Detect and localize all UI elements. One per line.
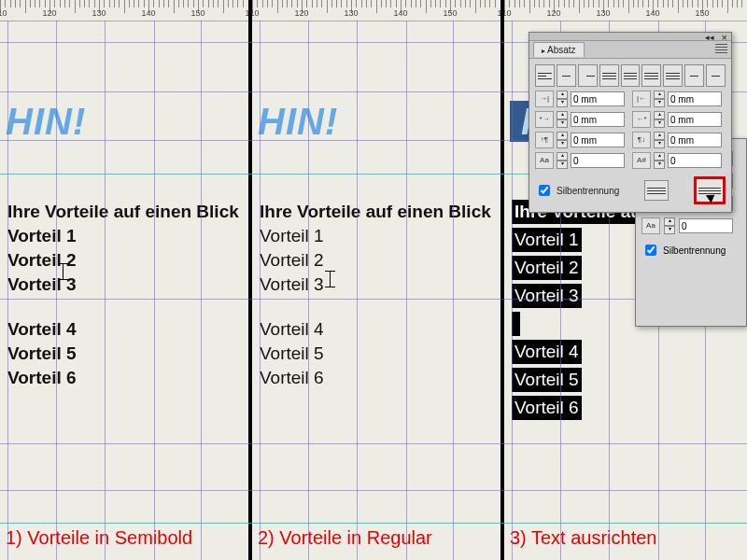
align-center-button[interactable] — [557, 64, 576, 87]
list-item: Vorteil 3 — [512, 284, 582, 308]
align-away-spine-button[interactable] — [706, 64, 726, 87]
first-line-indent-icon: *→ — [535, 111, 554, 128]
field[interactable] — [679, 218, 733, 233]
list-item: Vorteil 4 — [7, 317, 239, 342]
headline: HIN! — [258, 101, 338, 143]
hyphenation-label: Silbentrennung — [663, 245, 726, 256]
panel-drag-handle[interactable]: ◂◂ × — [529, 33, 731, 41]
ruler: 110120130140150 — [0, 0, 248, 21]
justify-center-button[interactable] — [621, 64, 641, 87]
last-line-indent-icon: ←* — [632, 111, 651, 128]
stepper[interactable]: ▴▾ — [654, 152, 665, 169]
stepper[interactable]: ▴▾ — [557, 152, 568, 169]
list-item: Vorteil 1 — [512, 228, 582, 252]
space-before-icon: ↑¶ — [535, 132, 554, 148]
panel-tab-absatz[interactable]: ▸Absatz — [533, 42, 585, 57]
list-heading: Ihre Vorteile auf einen Blick — [7, 200, 239, 224]
dropcap-lines-icon: Aa — [535, 152, 554, 169]
right-indent-icon: |← — [632, 91, 651, 107]
dropcap-chars-icon: A# — [632, 152, 651, 169]
stepper[interactable]: ▴▾ — [557, 132, 568, 148]
list-item: Vorteil 2 — [260, 248, 491, 273]
stepper[interactable]: ▴▾ — [654, 91, 665, 107]
left-indent-icon: →| — [535, 91, 554, 107]
left-indent-field[interactable] — [571, 91, 625, 106]
stepper[interactable]: ▴▾ — [557, 111, 568, 128]
paragraph-panel[interactable]: ◂◂ × ▸Absatz →|▴▾ |←▴▾ *→▴▾ ←*▴▾ ↑¶▴▾ ¶↓ — [529, 32, 732, 213]
list-item: Vorteil 2 — [7, 248, 239, 273]
align-right-button[interactable] — [578, 64, 598, 87]
guide — [0, 443, 747, 444]
list-item: Vorteil 5 — [512, 368, 582, 392]
align-toward-spine-button[interactable] — [684, 64, 704, 87]
list-item: Vorteil 6 — [260, 366, 491, 390]
list-heading: Ihre Vorteile auf einen Blick — [260, 200, 491, 224]
justify-all-button[interactable] — [663, 64, 683, 87]
pane-divider — [500, 0, 504, 560]
hyphenation-label: Silbentrennung — [557, 186, 619, 196]
caption: 3) Text ausrichten — [510, 527, 657, 549]
space-after-icon: ¶↓ — [632, 132, 651, 148]
first-line-indent-field[interactable] — [571, 112, 625, 127]
caption: 1) Vorteile in Semibold — [6, 527, 192, 549]
list-item: Vorteil 1 — [260, 224, 491, 248]
list-item: Vorteil 2 — [512, 256, 582, 280]
guide-baseline — [0, 523, 747, 524]
stepper[interactable]: ▴▾ — [664, 217, 675, 234]
no-baseline-grid-button[interactable] — [644, 180, 669, 201]
copy-list[interactable]: Ihre Vorteile auf einen Blick Vorteil 1 … — [7, 200, 239, 390]
headline: HIN! — [6, 101, 86, 143]
list-item: Vorteil 6 — [512, 396, 582, 420]
copy-list-selected[interactable]: Ihre Vorteile auf Vorteil 1 Vorteil 2 Vo… — [512, 200, 650, 424]
stepper[interactable]: ▴▾ — [654, 111, 665, 128]
stepper[interactable]: ▴▾ — [557, 91, 568, 107]
ruler: 110120130140150 — [252, 0, 500, 21]
dropcap-lines-field[interactable] — [571, 153, 625, 168]
align-left-button[interactable] — [535, 64, 555, 87]
right-indent-field[interactable] — [668, 91, 722, 106]
list-item: Vorteil 3 — [7, 273, 239, 297]
justify-right-button[interactable] — [641, 64, 661, 87]
hyphenation-checkbox[interactable] — [645, 245, 656, 256]
dropcap-chars-field[interactable] — [668, 153, 722, 168]
ruler: 110120130140150 — [504, 0, 747, 21]
list-item: Vorteil 5 — [260, 342, 491, 366]
indent-icon: Aa — [641, 217, 660, 234]
copy-list[interactable]: Ihre Vorteile auf einen Blick Vorteil 1 … — [260, 200, 491, 390]
pane-regular: 110120130140150 HIN! Ihre Vorteile auf e… — [252, 0, 500, 560]
space-after-field[interactable] — [668, 133, 722, 147]
guide — [0, 490, 747, 491]
pane-divider — [248, 0, 252, 560]
list-item: Vorteil 5 — [7, 342, 239, 366]
last-line-indent-field[interactable] — [668, 112, 722, 127]
space-before-field[interactable] — [571, 133, 625, 147]
stepper[interactable]: ▴▾ — [654, 132, 665, 148]
list-item: Vorteil 3 — [260, 273, 491, 297]
pane-semibold: 110120130140150 HIN! Ihre Vorteile auf e… — [0, 0, 248, 560]
align-button-row — [535, 64, 726, 87]
list-item: Vorteil 1 — [7, 224, 239, 248]
list-item: Vorteil 4 — [512, 340, 582, 364]
justify-left-button[interactable] — [599, 64, 619, 87]
panel-menu-icon[interactable] — [715, 44, 727, 54]
hyphenation-checkbox[interactable] — [539, 185, 550, 196]
align-to-baseline-grid-button[interactable] — [694, 176, 726, 204]
list-item: Vorteil 4 — [260, 317, 491, 342]
list-item: Vorteil 6 — [7, 366, 239, 390]
